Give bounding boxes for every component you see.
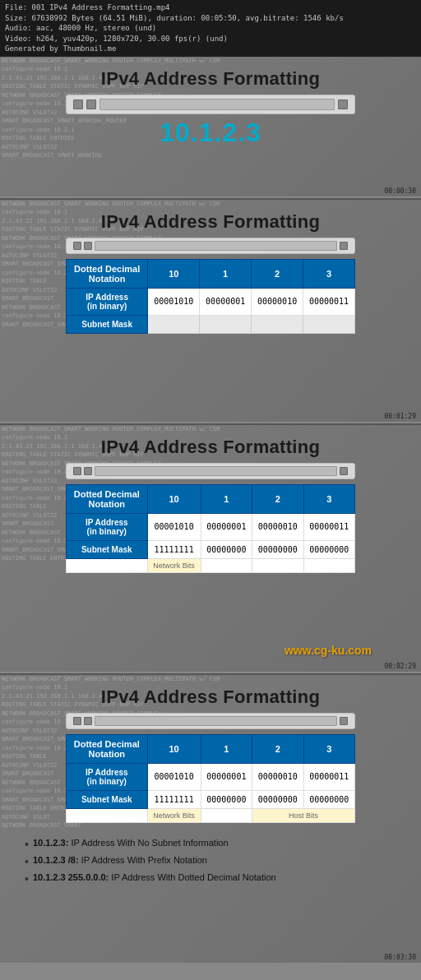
- network-bits-label-4: Network Bits: [147, 808, 201, 822]
- bullet-dot-2: •: [25, 855, 29, 869]
- subnet-oct3-4: 00000000: [252, 790, 303, 808]
- ip-oct3-2: 00000010: [252, 288, 303, 315]
- row-label-subnet-3: Subnet Mask: [67, 540, 148, 558]
- section-1: NETWORK BROADCAST_SMART_WORKING ROUTER_C…: [0, 57, 421, 196]
- header-ddn-3: Dotted DecimalNotation: [67, 484, 148, 513]
- network-bits-label-3: Network Bits: [147, 558, 201, 572]
- timestamp-3: 00:02:29: [384, 663, 416, 670]
- bullet-dot-1: •: [25, 838, 29, 852]
- ip-oct1-4: 00001010: [147, 763, 201, 790]
- table-2: Dotted DecimalNotation 10 1 2 3 IP Addre…: [66, 259, 355, 334]
- section3-title: IPv4 Address Formatting: [0, 437, 421, 458]
- header-3-2: 3: [303, 259, 355, 288]
- file-line2: Size: 67638992 Bytes (64.51 MiB), durati…: [5, 13, 416, 24]
- bullet-item-2: • 10.1.2.3 /8: IP Address With Prefix No…: [25, 855, 405, 869]
- bullet-item-3: • 10.1.2.3 255.0.0.0: IP Address With Do…: [25, 872, 405, 886]
- file-line1: File: 001 IPv4 Address Formatting.mp4: [5, 2, 416, 13]
- header-10-2: 10: [148, 259, 200, 288]
- header-ddn-4: Dotted DecimalNotation: [67, 734, 148, 763]
- bullet-item-1: • 10.1.2.3: IP Address With No Subnet In…: [25, 838, 405, 852]
- header-10-4: 10: [147, 734, 201, 763]
- bullet-desc-2: IP Address With Prefix Notation: [81, 855, 207, 865]
- ip-oct4-4: 00000011: [303, 763, 354, 790]
- header-2-2: 2: [252, 259, 303, 288]
- bullet-bold-3: 10.1.2.3 255.0.0.0:: [33, 872, 109, 882]
- section1-title: IPv4 Address Formatting: [0, 68, 421, 90]
- watermark: www.cg-ku.com: [285, 644, 372, 657]
- ip-address-display: 10.1.2.3: [0, 118, 421, 148]
- row-label-ip-2: IP Address(in binary): [67, 288, 148, 315]
- ip-oct2-4: 00000001: [201, 763, 252, 790]
- header-1-3: 1: [201, 484, 252, 513]
- header-2-4: 2: [252, 734, 303, 763]
- ip-oct1-2: 00001010: [148, 288, 200, 315]
- subnet-oct3-2: [252, 315, 303, 333]
- file-info: File: 001 IPv4 Address Formatting.mp4 Si…: [0, 0, 421, 57]
- bullet-dot-3: •: [25, 872, 29, 886]
- section-2: NETWORK BROADCAST_SMART_WORKING ROUTER_C…: [0, 200, 421, 422]
- subnet-oct4-4: 00000000: [303, 790, 354, 808]
- subnet-oct2-4: 00000000: [201, 790, 252, 808]
- ip-oct1-3: 00001010: [147, 513, 201, 540]
- bullet-text-2: 10.1.2.3 /8: IP Address With Prefix Nota…: [33, 855, 207, 865]
- bullet-text-3: 10.1.2.3 255.0.0.0: IP Address With Dott…: [33, 872, 276, 882]
- ip-oct2-2: 00000001: [200, 288, 252, 315]
- subnet-oct4-2: [303, 315, 355, 333]
- table-3: Dotted DecimalNotation 10 1 2 3 IP Addre…: [66, 484, 355, 573]
- ip-oct4-3: 00000011: [303, 513, 354, 540]
- file-line5: Generated by Thumbnail.me: [5, 44, 416, 54]
- subnet-oct3-3: 00000000: [252, 540, 303, 558]
- row-label-subnet-2: Subnet Mask: [67, 315, 148, 333]
- section4-title: IPv4 Address Formatting: [0, 686, 421, 708]
- row-label-ip-4: IP Address(in binary): [67, 763, 148, 790]
- bullet-desc-3: IP Address With Dotted Decimal Notation: [111, 872, 275, 882]
- header-10-3: 10: [147, 484, 201, 513]
- subnet-oct4-3: 00000000: [303, 540, 354, 558]
- bits-label-empty-3: [67, 558, 148, 572]
- timestamp-4: 00:03:30: [384, 954, 416, 961]
- bullet-bold-1: 10.1.2.3:: [33, 838, 68, 848]
- header-3-3: 3: [303, 484, 354, 513]
- subnet-oct2-2: [200, 315, 252, 333]
- row-label-subnet-4: Subnet Mask: [67, 790, 148, 808]
- file-line4: Video: h264, yuv420p, 1280x720, 30.00 fp…: [5, 34, 416, 44]
- bits-empty1-3: [201, 558, 252, 572]
- bullet-text-1: 10.1.2.3: IP Address With No Subnet Info…: [33, 838, 229, 848]
- ip-oct2-3: 00000001: [201, 513, 252, 540]
- subnet-oct2-3: 00000000: [201, 540, 252, 558]
- subnet-oct1-2: [148, 315, 200, 333]
- bits-label-empty-4: [67, 808, 148, 822]
- table-4: Dotted DecimalNotation 10 1 2 3 IP Addre…: [66, 734, 355, 823]
- section-3: NETWORK BROADCAST_SMART_WORKING ROUTER_C…: [0, 425, 421, 672]
- ip-oct4-2: 00000011: [303, 288, 355, 315]
- bits-empty2-3: [252, 558, 303, 572]
- header-1-2: 1: [200, 259, 252, 288]
- timestamp-2: 00:01:29: [384, 413, 416, 420]
- bullet-desc-1: IP Address With No Subnet Information: [71, 838, 228, 848]
- subnet-oct1-3: 11111111: [147, 540, 201, 558]
- ip-oct3-4: 00000010: [252, 763, 303, 790]
- row-label-ip-3: IP Address(in binary): [67, 513, 148, 540]
- bullet-bold-2: 10.1.2.3 /8:: [33, 855, 79, 865]
- subnet-oct1-4: 11111111: [147, 790, 201, 808]
- section-4: NETWORK BROADCAST_SMART_WORKING ROUTER_C…: [0, 675, 421, 963]
- bullet-list: • 10.1.2.3: IP Address With No Subnet In…: [0, 828, 421, 895]
- header-1-4: 1: [201, 734, 252, 763]
- header-3-4: 3: [303, 734, 354, 763]
- bits-mid1-4: [201, 808, 252, 822]
- bits-empty3-3: [303, 558, 354, 572]
- header-2-3: 2: [252, 484, 303, 513]
- ip-oct3-3: 00000010: [252, 513, 303, 540]
- file-line3: Audio: aac, 48000 Hz, stereo (und): [5, 23, 416, 34]
- timestamp-1: 00:00:30: [384, 187, 416, 195]
- header-ddn-2: Dotted DecimalNotation: [67, 259, 148, 288]
- section2-title: IPv4 Address Formatting: [0, 211, 421, 233]
- host-bits-label-4: Host Bits: [252, 808, 355, 822]
